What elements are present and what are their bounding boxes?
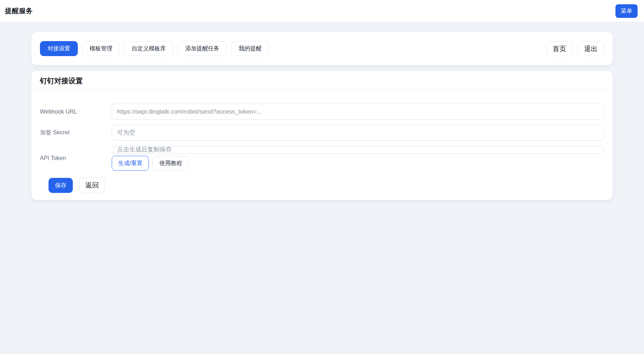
tab-bar: 对接设置 模板管理 自定义模板库 添加提醒任务 我的提醒 首页 退出 (31, 32, 613, 65)
api-token-row: API Token 生成/重置 使用教程 (40, 146, 604, 171)
webhook-url-row: Webhook URL (40, 104, 604, 120)
settings-card-title: 钉钉对接设置 (40, 76, 604, 86)
main-container: 对接设置 模板管理 自定义模板库 添加提醒任务 我的提醒 首页 退出 钉钉对接设… (31, 32, 613, 200)
menu-button[interactable]: 菜单 (615, 4, 638, 18)
api-token-actions: 生成/重置 使用教程 (112, 156, 604, 171)
secret-row: 加签 Secret (40, 125, 604, 141)
tab-group: 对接设置 模板管理 自定义模板库 添加提醒任务 我的提醒 (40, 41, 269, 56)
webhook-url-label: Webhook URL (40, 109, 112, 115)
exit-button[interactable]: 退出 (578, 41, 604, 56)
api-token-label: API Token (40, 155, 112, 161)
secret-input[interactable] (112, 125, 604, 141)
settings-card: 钉钉对接设置 Webhook URL 加签 Secret API Token 生… (31, 71, 613, 200)
tab-add-reminder-task[interactable]: 添加提醒任务 (178, 41, 227, 56)
tab-template-management[interactable]: 模板管理 (82, 41, 120, 56)
generate-reset-button[interactable]: 生成/重置 (112, 156, 149, 171)
back-button[interactable]: 返回 (79, 178, 105, 193)
api-token-input[interactable] (112, 146, 604, 154)
app-title: 提醒服务 (5, 6, 33, 16)
form-actions: 保存 返回 (40, 178, 604, 193)
webhook-url-input[interactable] (112, 104, 604, 120)
settings-form: Webhook URL 加签 Secret API Token 生成/重置 使用… (31, 90, 613, 193)
nav-right-group: 首页 退出 (546, 41, 604, 56)
tab-connection-settings[interactable]: 对接设置 (40, 41, 78, 56)
tab-my-reminders[interactable]: 我的提醒 (231, 41, 269, 56)
tab-custom-template-library[interactable]: 自定义模板库 (124, 41, 173, 56)
save-button[interactable]: 保存 (49, 178, 73, 193)
tutorial-button[interactable]: 使用教程 (152, 156, 189, 171)
app-header: 提醒服务 菜单 (0, 0, 644, 22)
home-button[interactable]: 首页 (546, 41, 573, 56)
api-token-column: 生成/重置 使用教程 (112, 146, 604, 171)
secret-label: 加签 Secret (40, 129, 112, 136)
settings-card-header: 钉钉对接设置 (31, 71, 613, 90)
